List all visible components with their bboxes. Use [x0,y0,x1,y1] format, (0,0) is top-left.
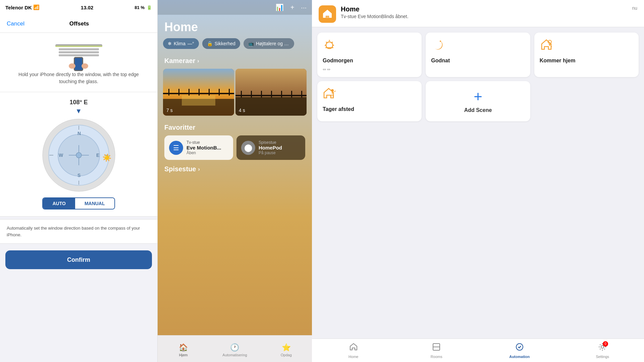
hojttalere-category[interactable]: 📺 Højttalere og fjer [244,38,294,49]
carrier-label: Telenor DK [5,5,32,10]
svg-point-8 [82,63,88,69]
svg-point-56 [331,89,334,92]
svg-rect-43 [291,91,292,98]
klima-icon: ❄ [168,41,172,46]
homepod-status: På pause [259,150,282,155]
compass-section: 108° E ▼ [0,92,157,217]
nav-title: Offsets [69,20,89,27]
fav-item-homepod[interactable]: ⬤ Spisestue HomePod På pause [236,135,305,160]
favoritter-section: Favoritter ☰ Tv-stue Eve MotionB... Åben… [158,121,312,164]
scene-tager-afsted[interactable]: Tager afsted [317,81,422,121]
home-arrive-icon [540,38,553,51]
home-tab-icon [349,343,358,353]
sikkerhed-category[interactable]: 🔒 Sikkerhed [202,38,240,49]
tab-automation[interactable]: Automation [478,339,561,362]
cameras-grid: 7 s [158,69,312,121]
home-leave-icon [323,86,336,100]
home-top-bar: 📊 + ··· [158,0,312,15]
waveform-icon[interactable]: 📊 [275,3,284,11]
svg-rect-36 [235,97,307,116]
svg-text:N: N [77,131,81,136]
svg-rect-40 [261,91,262,98]
settings-badge-container: 0 [598,343,607,353]
svg-rect-26 [182,96,215,106]
scene-godmorgen[interactable]: Godmorgen ⇔ ⇔ [317,33,422,77]
automation-bottom-bar: Home Rooms Automation 0 Settings [312,339,644,362]
auto-mode-button[interactable]: AUTO [43,198,75,209]
wifi-icon: 📶 [33,4,40,10]
favoritter-items: ☰ Tv-stue Eve MotionB... Åben ⬤ Spisestu… [164,135,305,160]
hjem-label: Hjem [179,353,188,357]
scene-godnat[interactable]: Godnat [426,33,530,77]
svg-text:W: W [59,153,63,158]
spisestue-header[interactable]: Spisestue › [158,164,312,173]
home-categories: ❄ Klima —° 🔒 Sikkerhed 📺 Højttalere og f… [158,38,312,54]
svg-rect-33 [219,89,220,96]
rooms-tab-label: Rooms [431,355,442,359]
kameraer-label: Kameraer [164,57,195,65]
tv-icon: 📺 [248,41,254,46]
tab-home[interactable]: Home [312,339,395,362]
status-bar: Telenor DK 📶 13.02 81 % 🔋 [0,0,157,15]
compass-svg: N E S W ☀️ [42,118,116,192]
svg-rect-38 [241,91,242,98]
add-scene-label: Add Scene [464,107,492,113]
svg-rect-52 [325,47,333,48]
klima-label: Klima [174,41,185,46]
auto-description: Automatically set the window direction b… [0,219,157,244]
tab-settings[interactable]: 0 Settings [561,339,644,362]
camera-thumb-1[interactable]: 7 s [163,69,234,116]
hjem-icon: 🏠 [179,343,188,352]
automation-tab-label: Automation [509,355,530,359]
battery-label: 81 % [135,5,145,10]
klima-temp: —° [187,41,194,46]
moon-icon [431,38,444,51]
tager-afsted-icon [323,86,416,103]
fav-item-eve[interactable]: ☰ Tv-stue Eve MotionB... Åben [164,135,233,160]
automation-tab-icon [515,343,524,353]
camera-1-time: 7 s [166,108,173,113]
confirm-button[interactable]: Confirm [5,250,152,269]
svg-rect-6 [75,58,82,70]
manual-mode-button[interactable]: MANUAL [75,198,114,209]
home-bottom-bar: 🏠 Hjem 🕐 Automatisering ⭐ Opdag [158,335,312,362]
opdag-icon: ⭐ [282,343,291,352]
scene-kommer-hjem[interactable]: Kommer hjem [534,33,639,77]
eve-status: Åben [186,150,221,155]
add-icon[interactable]: + [290,4,294,11]
godmorgen-name: Godmorgen [323,58,416,64]
tab-opdag[interactable]: ⭐ Opdag [261,341,312,357]
automation-subtitle: Tv-stue Eve MotionBlinds åbnet. [341,14,409,19]
scene-add[interactable]: + Add Scene [426,81,530,121]
kameraer-header[interactable]: Kameraer › [158,54,312,69]
offsets-panel: Telenor DK 📶 13.02 81 % 🔋 Cancel Offsets [0,0,158,362]
svg-point-53 [440,41,441,42]
tab-automatisering[interactable]: 🕐 Automatisering [209,341,260,357]
svg-rect-39 [251,91,252,98]
klima-category[interactable]: ❄ Klima —° [163,38,199,49]
camera-thumb-2[interactable]: 4 s [235,69,307,116]
settings-tab-label: Settings [596,355,609,359]
automation-time: nu [632,5,637,11]
camera-2-time: 4 s [239,108,245,113]
svg-rect-1 [55,46,102,47]
compass-reading: 108° E [69,99,88,106]
svg-rect-44 [301,91,302,98]
more-icon[interactable]: ··· [301,4,307,11]
svg-rect-31 [199,89,200,96]
rooms-tab-icon [432,343,441,353]
sunrise-icon [323,38,336,51]
automatisering-label: Automatisering [222,353,247,357]
tab-hjem[interactable]: 🏠 Hjem [158,341,209,357]
homepod-room: Spisestue [259,140,282,145]
automation-panel: Home Tv-stue Eve MotionBlinds åbnet. nu … [312,0,644,362]
automation-home-name: Home [341,5,409,13]
svg-line-51 [332,42,333,43]
spisestue-chevron: › [198,166,200,172]
svg-text:S: S [77,173,80,178]
tab-rooms[interactable]: Rooms [395,339,478,362]
cancel-button[interactable]: Cancel [7,20,24,27]
svg-line-57 [334,91,335,92]
window-illustration: Hold your iPhone directly to the window,… [0,33,157,92]
favoritter-title: Favoritter [164,124,305,131]
